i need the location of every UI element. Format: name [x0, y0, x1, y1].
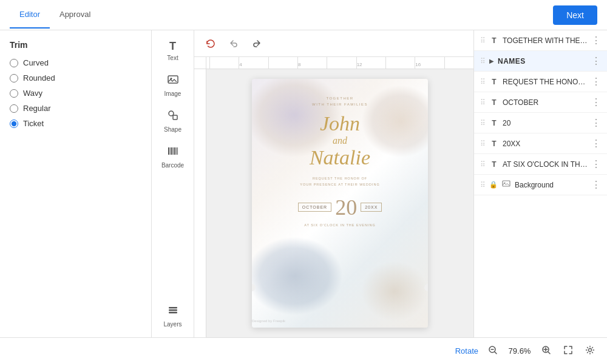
ruler-mark [268, 57, 297, 69]
layer-name: NAMES [498, 57, 588, 66]
layer-more-icon[interactable]: ⋮ [591, 35, 601, 46]
label-wavy: Wavy [23, 89, 42, 98]
main-tabs: Editor Approval [10, 1, 100, 29]
zoom-out-button[interactable] [486, 343, 500, 360]
tab-approval[interactable]: Approval [50, 1, 100, 29]
rotate-button[interactable]: Rotate [455, 346, 478, 356]
layer-more-icon[interactable]: ⋮ [591, 179, 601, 190]
option-curved[interactable]: Curved [10, 58, 141, 67]
drag-handle-icon: ⠿ [480, 140, 486, 148]
trim-title: Trim [10, 40, 141, 50]
card-name2: Natalie [310, 146, 370, 169]
card-month: OCTOBER [298, 203, 332, 212]
layer-october[interactable]: ⠿ T OCTOBER ⋮ [474, 92, 607, 113]
label-rounded: Rounded [23, 73, 55, 83]
tool-barcode[interactable]: Barcode [155, 140, 191, 174]
card-content: TOGETHERWITH THEIR FAMILIES John and Nat… [252, 79, 428, 328]
card-watermark: Designed by Freepik [252, 319, 285, 323]
card-canvas-container: TOGETHERWITH THEIR FAMILIES John and Nat… [206, 69, 473, 337]
svg-rect-3 [173, 115, 177, 120]
option-wavy[interactable]: Wavy [10, 89, 141, 98]
layer-atSix[interactable]: ⠿ T AT SIX O'CLOCK IN THE EVENI... ⋮ [474, 154, 607, 175]
label-curved: Curved [23, 58, 49, 67]
layer-more-icon[interactable]: ⋮ [591, 117, 601, 129]
layer-names[interactable]: ⠿ ▶ NAMES ⋮ [474, 51, 607, 72]
layer-background[interactable]: ⠿ 🔒 Background ⋮ [474, 175, 607, 195]
zoom-in-button[interactable] [539, 343, 554, 360]
ruler-mark [209, 57, 239, 69]
layer-name: 20 [503, 119, 588, 127]
ruler-corner [194, 57, 206, 69]
settings-button[interactable] [583, 343, 597, 360]
tool-shape[interactable]: Shape [155, 104, 191, 138]
layer-more-icon[interactable]: ⋮ [591, 138, 601, 149]
label-ticket: Ticket [23, 119, 44, 128]
tool-text[interactable]: T Text [155, 35, 191, 66]
undo-button[interactable] [223, 35, 244, 52]
fullscreen-button[interactable] [561, 343, 575, 360]
drag-handle-icon: ⠿ [480, 181, 486, 189]
zoom-value: 79.6% [507, 346, 532, 356]
tab-editor[interactable]: Editor [10, 1, 50, 29]
layer-name: AT SIX O'CLOCK IN THE EVENI... [503, 160, 588, 169]
history-button[interactable] [200, 35, 221, 52]
svg-rect-5 [170, 147, 171, 155]
card-year: 20XX [361, 203, 382, 212]
drag-handle-icon: ⠿ [480, 57, 486, 66]
layer-type-icon: T [489, 160, 499, 169]
canvas-area: T Text Image Shape Barcode [152, 30, 473, 337]
layers-icon [167, 304, 179, 319]
tool-layers[interactable]: Layers [155, 299, 191, 332]
svg-point-23 [589, 348, 592, 351]
ruler-mark [385, 57, 415, 69]
option-regular[interactable]: Regular [10, 104, 141, 113]
tool-image[interactable]: Image [155, 69, 191, 102]
layer-name: Background [515, 181, 588, 189]
drag-handle-icon: ⠿ [480, 160, 486, 169]
drag-handle-icon: ⠿ [480, 36, 486, 45]
bottom-bar: Rotate 79.6% [0, 337, 607, 364]
tool-barcode-label: Barcode [161, 162, 184, 169]
layer-name: REQUEST THE HONOR OF Y... [503, 78, 588, 86]
layer-more-icon[interactable]: ⋮ [591, 76, 601, 87]
tool-shape-label: Shape [164, 126, 181, 133]
label-regular: Regular [23, 104, 51, 113]
ruler-top: 4 8 12 16 [206, 57, 473, 69]
layer-more-icon[interactable]: ⋮ [591, 96, 601, 108]
svg-rect-12 [169, 309, 177, 311]
option-ticket[interactable]: Ticket [10, 119, 141, 128]
svg-rect-13 [169, 312, 177, 314]
tool-text-label: Text [167, 55, 178, 61]
layer-more-icon[interactable]: ⋮ [591, 55, 601, 67]
layer-name: TOGETHER WITH THEIR FAMI... [503, 36, 588, 45]
card-together-text: TOGETHERWITH THEIR FAMILIES [312, 96, 368, 107]
svg-line-18 [495, 352, 497, 354]
card-date-row: OCTOBER 20 20XX [298, 197, 382, 218]
card-canvas[interactable]: TOGETHERWITH THEIR FAMILIES John and Nat… [252, 79, 428, 328]
ruler-left [194, 69, 206, 337]
option-rounded[interactable]: Rounded [10, 73, 141, 83]
ruler-mark: 8 [297, 57, 327, 69]
layer-type-icon: T [489, 119, 499, 127]
drag-handle-icon: ⠿ [480, 78, 486, 86]
redo-button[interactable] [246, 35, 267, 52]
layer-together[interactable]: ⠿ T TOGETHER WITH THEIR FAMI... ⋮ [474, 30, 607, 51]
layer-request[interactable]: ⠿ T REQUEST THE HONOR OF Y... ⋮ [474, 72, 607, 92]
card-day: 20 [335, 197, 357, 218]
app-header: Editor Approval Next [0, 0, 607, 30]
barcode-icon [167, 145, 179, 160]
card-name1: John [320, 112, 360, 135]
card-and-text: and [333, 135, 347, 146]
next-button[interactable]: Next [553, 5, 597, 25]
layer-more-icon[interactable]: ⋮ [591, 158, 601, 170]
layer-20[interactable]: ⠿ T 20 ⋮ [474, 113, 607, 133]
svg-rect-8 [174, 147, 175, 155]
ruler-mark: 4 [239, 57, 268, 69]
expand-icon[interactable]: ▶ [489, 58, 494, 64]
card-request-text: REQUEST THE HONOR OFYOUR PRESENCE AT THE… [300, 176, 379, 188]
svg-rect-10 [177, 147, 178, 155]
layer-type-icon: T [489, 98, 499, 107]
main-area: Trim Curved Rounded Wavy Regular Ticket … [0, 30, 607, 337]
svg-rect-4 [168, 147, 169, 155]
layer-20xx[interactable]: ⠿ T 20XX ⋮ [474, 133, 607, 154]
